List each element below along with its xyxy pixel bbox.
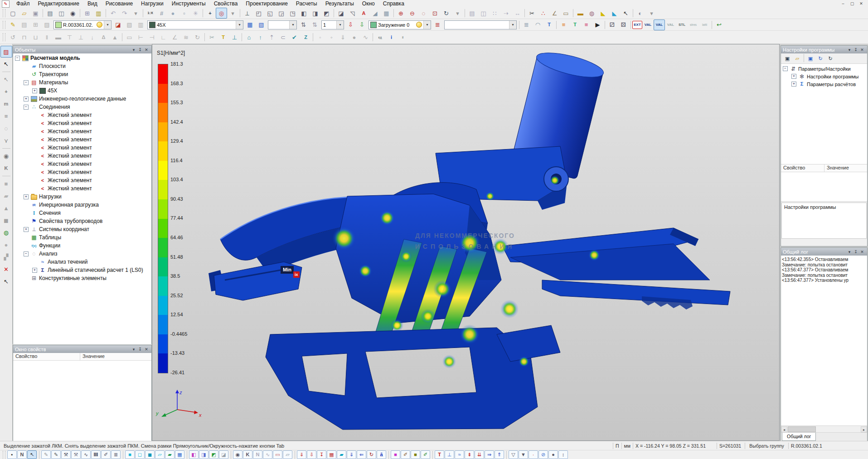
tree-item[interactable]: ⊞Конструктивные элементы [13,274,151,282]
status-select-group-button[interactable]: Выбрать группу [745,443,788,449]
tree-item[interactable]: ↺Траектории [13,70,151,78]
ls-cursor2-icon[interactable]: ↖ [0,73,12,85]
unit-ed-icon[interactable]: ед [374,32,386,43]
overflow-icon[interactable]: ▾ [646,8,657,19]
status-units[interactable]: мм [621,443,633,449]
scroll-left-icon[interactable]: ◄ [781,426,787,432]
minimize-button[interactable]: – [839,1,847,7]
tree-item[interactable]: <Жесткий элемент [13,127,151,135]
shaded-sphere-icon[interactable]: ● [167,8,179,19]
new-file-icon[interactable]: ▢ [7,8,19,19]
bt-arr-left-icon[interactable]: ⇐ [357,450,366,459]
settings-panel-header[interactable]: Настройки программы ▾↧✕ [781,46,867,53]
column-property[interactable]: Свойство [13,353,80,360]
tree-item[interactable]: ⚑Свойства трубопроводов [13,217,151,225]
menu-Свойства[interactable]: Свойства [210,0,242,8]
bt-pencil2-icon[interactable]: ✐ [101,450,111,459]
toolbar-grip[interactable] [3,21,5,29]
menu-Вид[interactable]: Вид [83,0,102,8]
menu-Нагрузки[interactable]: Нагрузки [137,0,168,8]
c-clamp-icon[interactable]: ⊂ [277,32,289,43]
cursor-red-dots-icon[interactable]: ↖ [620,8,631,19]
tree-item[interactable]: −Расчетная модель [13,54,151,62]
load-red-icon[interactable]: ⇩ [345,19,356,30]
sphere-shaded2-icon[interactable]: ◐ [635,8,646,19]
bt-spring-icon[interactable]: ∿ [81,450,91,459]
list-box-icon[interactable]: ≣ [432,19,443,30]
pin-button[interactable]: ↧ [137,47,143,53]
tree-item[interactable]: IRИнерционная разгрузка [13,201,151,209]
table-blue-1-icon[interactable]: ▦ [244,19,256,30]
pin-button[interactable]: ↧ [137,346,143,352]
ls-hatch-icon[interactable]: ▨ [0,46,12,58]
tree-item[interactable]: +✻Настройки программы [781,72,867,80]
tree-item[interactable]: ≈Анализ течений [13,258,151,266]
objects-panel-header[interactable]: Объекты ▾↧✕ [13,46,151,53]
unit-il-icon[interactable]: il [397,32,408,43]
bt-load1-icon[interactable]: ⇟ [465,450,474,459]
wall-icon[interactable]: ▤ [466,8,478,19]
tree-item[interactable]: +Нагрузки [13,193,151,201]
tee-2-icon[interactable]: ⊥ [75,32,87,43]
model-combo[interactable]: R.003361.02.▾ [53,20,112,29]
dropdown-arrow-icon[interactable]: ▾ [336,21,344,29]
support-2-icon[interactable]: ▲ [109,32,121,43]
bt-three-icon[interactable]: Ⅲ [91,450,101,459]
bolt-teal-icon[interactable]: Z [300,32,311,43]
pin-button[interactable]: ↧ [853,47,859,53]
menu-Редактирование[interactable]: Редактирование [34,0,83,8]
tree-item[interactable]: +⟂Системы координат [13,225,151,233]
column-property[interactable]: Свойство [781,164,824,172]
scrollbar-thumb[interactable] [788,426,816,432]
t-yellow-icon[interactable]: T [218,32,229,43]
collapse-button[interactable]: ▾ [846,47,853,53]
ls-m-icon[interactable]: m [0,98,12,110]
cube-iso-2-icon[interactable]: ◱ [264,8,276,19]
bt-cube-b-icon[interactable]: ◨ [199,450,209,459]
bt-shear2-icon[interactable]: ▰ [165,450,175,459]
bt-hammer1-icon[interactable]: ⚒ [61,450,71,459]
dots-grid-icon[interactable]: ∷ [489,8,500,19]
mirror-icon[interactable]: ◫ [478,8,489,19]
bt-list-icon[interactable]: ≣ [111,450,121,459]
ls-magman-icon[interactable]: ◉ [0,150,12,162]
status-projection[interactable]: П [613,443,621,449]
ls-blob2-icon[interactable]: ▰ [0,190,12,202]
scissors-icon[interactable]: ✂ [526,8,538,19]
bt-pencil-icon[interactable]: ✎ [51,450,61,459]
menu-Инструменты[interactable]: Инструменты [168,0,210,8]
ls-sphere-icon[interactable]: ● [0,239,12,251]
stres-icon[interactable]: stres [688,19,699,30]
expand-expander[interactable]: + [791,82,796,87]
dropdown-arrow-icon[interactable]: ▾ [289,21,296,29]
door-red-icon[interactable]: ◪ [112,19,124,30]
ls-cursor3-icon[interactable]: ↖ [0,275,12,287]
close-button[interactable]: ✕ [857,1,865,7]
expand-expander[interactable]: + [24,227,29,232]
dropdown-arrow-icon[interactable]: ▾ [104,21,111,29]
open-file-icon[interactable]: ▱ [19,8,30,19]
tree-item[interactable]: −⇵Параметры/Настройки [781,65,867,72]
support-1-icon[interactable]: Δ [98,32,109,43]
tree-item[interactable]: <Жесткий элемент [13,168,151,176]
scroll-right-icon[interactable]: ► [861,426,867,432]
ext-box-icon[interactable]: EXT [632,21,642,29]
selection-box-icon[interactable]: ▫ [179,8,190,19]
cut-1-icon[interactable]: ✂ [206,32,218,43]
ls-x-icon[interactable]: ✕ [0,263,12,275]
hinge-1-icon[interactable]: ◦ [315,32,326,43]
tee-1-icon[interactable]: ⊤ [64,32,75,43]
zoom-out-icon[interactable]: ⊖ [407,8,418,19]
gray-a-icon[interactable]: ▧ [124,19,135,30]
ruler-small-icon[interactable]: ▭ [560,8,572,19]
bt-cyan-sq-icon[interactable]: ■ [125,450,135,459]
bt-cube-m-icon[interactable]: ◧ [189,450,199,459]
settings-tree[interactable]: −⇵Параметры/Настройки+✻Настройки програм… [781,64,867,164]
bt-plate-icon[interactable]: ▱ [283,450,292,459]
menu-Результаты[interactable]: Результаты [321,0,358,8]
bt-pencil-off-icon[interactable]: ✎ [41,450,51,459]
camera-icon[interactable]: ◉ [67,8,78,19]
bt-bolt1-icon[interactable]: ⇓ [297,450,306,459]
bt-square-black-icon[interactable]: ▪ [7,450,17,459]
bt-k-icon[interactable]: K [243,450,252,459]
